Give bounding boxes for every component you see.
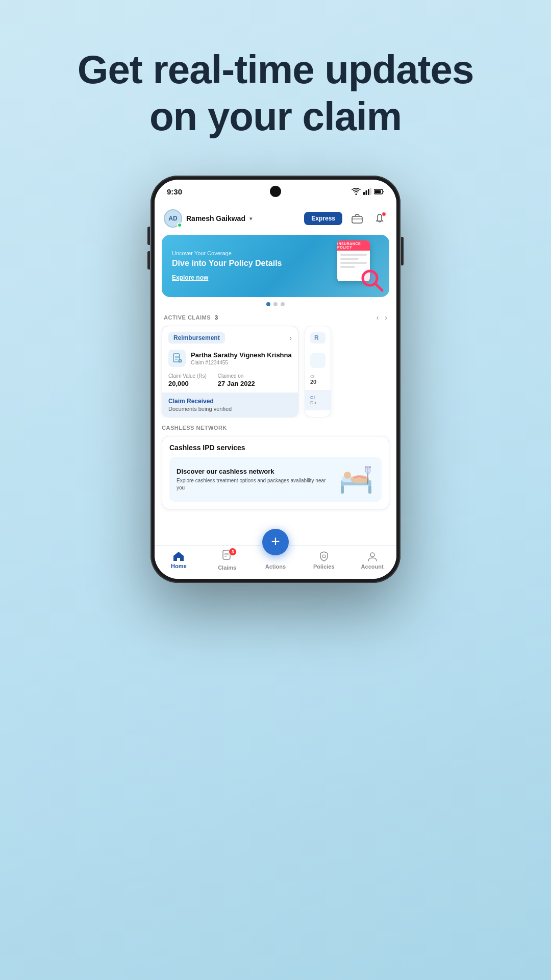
claim-doc-icon [168, 350, 186, 367]
svg-rect-2 [368, 189, 369, 195]
headline-line1: Get real-time updates [78, 47, 474, 92]
bag-icon-button[interactable] [349, 211, 365, 226]
express-button[interactable]: Express [304, 212, 342, 225]
dot-2[interactable] [273, 302, 278, 306]
camera-notch [270, 186, 281, 197]
dot-1[interactable] [266, 302, 270, 306]
wifi-icon [352, 188, 361, 195]
claim-type-badge: Reimbursement [168, 332, 225, 344]
vol-button-top [147, 227, 150, 245]
arrow-next[interactable]: › [385, 313, 387, 322]
svg-rect-3 [370, 188, 372, 195]
banner-illustration: INSURANCE POLICY [337, 240, 381, 291]
phone-screen: 9:30 [155, 180, 396, 579]
svg-rect-0 [363, 192, 365, 195]
claim-card-2-partial[interactable]: R Cl 20 Cl Do [305, 326, 331, 418]
cashless-section-label: CASHLESS NETWORK [162, 425, 389, 431]
svg-rect-5 [375, 190, 381, 193]
claim-detail-arrow[interactable]: › [289, 334, 292, 342]
dot-3[interactable] [281, 302, 285, 306]
cashless-section: CASHLESS NETWORK Cashless IPD services D… [155, 418, 396, 509]
status-icons [352, 188, 384, 195]
banner-title: Dive into Your Policy Details [172, 258, 282, 268]
banner-dots [155, 302, 396, 306]
cashless-text-area: Discover our cashless network Explore ca… [177, 468, 332, 492]
svg-point-22 [344, 472, 351, 479]
svg-rect-18 [341, 485, 344, 494]
banner-card[interactable]: Uncover Your Coverage Dive into Your Pol… [162, 235, 389, 297]
headline: Get real-time updates on your claim [78, 46, 474, 140]
banner-text: Uncover Your Coverage Dive into Your Pol… [172, 250, 282, 281]
user-info[interactable]: AD Ramesh Gaikwad ▾ [164, 209, 253, 228]
nav-item-home[interactable]: Home [162, 551, 195, 569]
claims-scroll-area: Reimbursement › [155, 326, 396, 418]
vol-button-mid [147, 251, 150, 270]
active-claims-label: ACTIVE CLAIMS [164, 314, 211, 321]
svg-point-32 [370, 553, 374, 557]
notification-badge [382, 212, 386, 216]
nav-item-claims[interactable]: 3 Claims [211, 550, 244, 571]
claim-status-bar: Claim Received Documents being verified [162, 393, 298, 417]
cashless-card-title: Cashless IPD services [169, 444, 382, 452]
arrow-prev[interactable]: ‹ [377, 313, 379, 322]
nav-home-label: Home [171, 563, 187, 569]
nav-item-policies[interactable]: Policies [307, 551, 340, 570]
battery-icon [374, 189, 384, 194]
nav-claims-label: Claims [218, 565, 236, 571]
svg-line-9 [375, 283, 382, 290]
svg-point-31 [322, 555, 325, 558]
headline-line2: on your claim [149, 94, 402, 139]
nav-item-account[interactable]: Account [356, 551, 389, 570]
claims-badge: 3 [229, 548, 237, 556]
hospital-illustration [338, 463, 374, 496]
fab-button[interactable]: + [262, 529, 289, 555]
cashless-discover-title: Discover our cashless network [177, 468, 332, 475]
chevron-down-icon[interactable]: ▾ [249, 215, 253, 222]
claim-status-desc: Documents being verified [168, 406, 292, 412]
claim-value-label: Claim Value (Rs) [168, 373, 207, 379]
page-background: Get real-time updates on your claim 9:30 [0, 0, 551, 980]
active-claims-header: ACTIVE CLAIMS 3 ‹ › [155, 309, 396, 326]
online-dot [177, 223, 182, 228]
policies-icon [318, 551, 330, 562]
svg-rect-19 [368, 485, 371, 494]
cashless-inner-card: Discover our cashless network Explore ca… [169, 457, 382, 502]
user-name: Ramesh Gaikwad [186, 214, 245, 223]
claim-status-title: Claim Received [168, 398, 292, 405]
nav-actions-label: Actions [265, 564, 286, 570]
banner-cta[interactable]: Explore now [172, 274, 208, 281]
svg-rect-1 [366, 190, 367, 195]
claimed-on-label: Claimed on [218, 373, 255, 379]
magnifier-icon [360, 268, 385, 293]
claim-value: 20,000 [168, 380, 207, 387]
account-icon [367, 551, 378, 562]
page-header: Get real-time updates on your claim [27, 0, 525, 176]
active-claims-count: 3 [215, 314, 218, 321]
home-icon [173, 551, 184, 561]
claim-card-1[interactable]: Reimbursement › [162, 326, 298, 418]
signal-icon [363, 188, 371, 195]
svg-point-25 [365, 467, 370, 474]
status-bar: 9:30 [155, 180, 396, 203]
app-screen: AD Ramesh Gaikwad ▾ Express [155, 203, 396, 545]
banner-subtitle: Uncover Your Coverage [172, 250, 282, 256]
status-time: 9:30 [167, 187, 182, 196]
claims-nav-arrows: ‹ › [377, 313, 387, 322]
nav-account-label: Account [361, 564, 384, 570]
notification-icon-button[interactable] [372, 211, 387, 226]
power-button [401, 237, 404, 265]
claimed-on-value: 27 Jan 2022 [218, 380, 255, 387]
nav-policies-label: Policies [313, 564, 335, 570]
top-bar: AD Ramesh Gaikwad ▾ Express [155, 203, 396, 232]
phone-frame: 9:30 [151, 176, 400, 583]
top-bar-actions: Express [304, 211, 387, 226]
cashless-discover-desc: Explore cashless treatment options and p… [177, 477, 332, 492]
claim-person-name: Partha Sarathy Vignesh Krishna [191, 351, 292, 359]
svg-rect-6 [352, 216, 362, 223]
cashless-card[interactable]: Cashless IPD services Discover our cashl… [162, 436, 389, 509]
claim-number: Claim #1234455 [191, 360, 292, 365]
